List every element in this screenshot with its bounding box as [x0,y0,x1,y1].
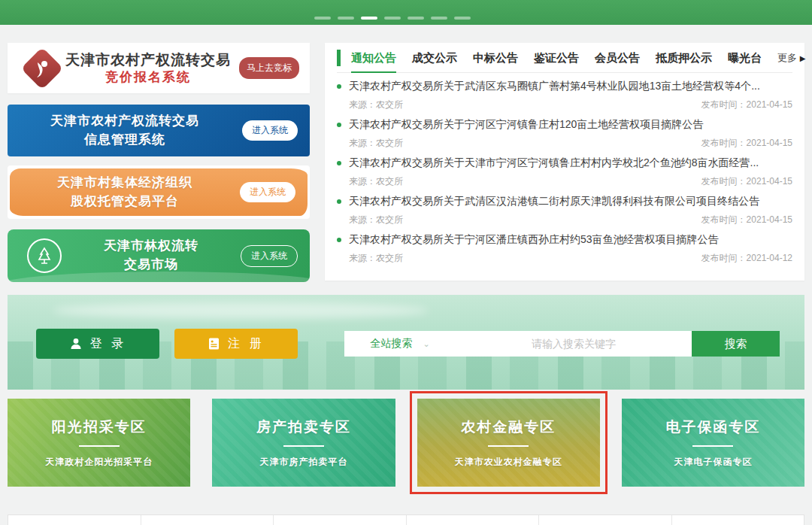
news-time: 发布时间：2021-04-15 [701,99,792,111]
partner-links-strip [8,514,804,525]
search-button[interactable]: 搜索 [692,331,780,357]
news-time: 发布时间：2021-04-12 [701,252,792,265]
search-bar: 全站搜索 ⌄ [344,331,692,357]
tab-accent-bar [337,50,341,66]
partner-cell [8,515,141,525]
zone-title: 阳光招采专区 [52,417,147,437]
search-input[interactable] [456,338,692,350]
site-title: 天津市农村产权流转交易 [57,51,239,69]
news-title[interactable]: 天津农村产权交易所关于武清区汉沽港镇二街村原天津凯得利科技有限公司项目终结公告 [349,195,759,208]
enter-system-button[interactable]: 进入系统 [241,245,298,267]
zone-subtitle: 天津市农业农村金融专区 [455,456,562,469]
banner-title: 天津市村集体经济组织 股权托管交易平台 [10,174,240,211]
zone-title: 房产拍卖专区 [256,417,351,437]
news-title[interactable]: 天津农村产权交易所关于宁河区宁河镇鲁庄村120亩土地经营权项目摘牌公告 [349,118,703,132]
bidding-system-card: 天津市农村产权流转交易 竞价报名系统 马上去竞标 [8,43,310,93]
news-item[interactable]: 天津农村产权交易所关于宁河区宁河镇鲁庄村120亩土地经营权项目摘牌公告 来源：农… [337,111,792,150]
bullet-icon [337,161,341,165]
carousel-indicators [314,17,471,20]
partner-cell [141,515,274,525]
news-source: 来源：农交所 [349,137,403,150]
tab-winning-bid[interactable]: 中标公告 [473,43,518,73]
carousel-dot[interactable] [408,17,424,20]
news-source: 来源：农交所 [349,252,403,265]
bullet-icon [337,238,341,242]
bidding-system-title: 天津市农村产权流转交易 竞价报名系统 [57,51,239,85]
news-item[interactable]: 天津农村产权交易所关于武清区汉沽港镇二街村原天津凯得利科技有限公司项目终结公告 … [337,188,792,226]
banner-line1: 天津市村集体经济组织 [10,174,240,193]
banner-line2: 股权托管交易平台 [10,193,240,211]
news-item[interactable]: 天津农村产权交易所关于宁河区潘庄镇西孙庄村约53亩鱼池经营权项目摘牌公告 来源：… [337,226,792,265]
id-card-icon [208,337,220,351]
enter-system-button[interactable]: 进入系统 [240,182,295,202]
notice-panel: 通知公告 成交公示 中标公告 鉴证公告 会员公告 抵质押公示 曝光台 更多 ▶ … [325,43,804,281]
news-source: 来源：农交所 [349,214,403,226]
carousel-dot[interactable] [431,17,447,20]
notice-tab-bar: 通知公告 成交公示 中标公告 鉴证公告 会员公告 抵质押公示 曝光台 更多 ▶ [337,43,792,73]
tab-pledge[interactable]: 抵质押公示 [656,43,712,73]
tree-icon [27,238,62,273]
news-source: 来源：农交所 [349,99,403,111]
top-carousel-bar [0,0,812,25]
zone-subtitle: 天津电子保函专区 [674,456,752,469]
partner-cell [539,515,672,525]
hero-search-band: 登 录 注 册 全站搜索 ⌄ 搜索 [8,295,804,390]
carousel-dot[interactable] [314,17,331,20]
carousel-dot[interactable] [338,17,354,20]
more-link[interactable]: 更多 ▶ [777,51,805,65]
carousel-dot[interactable] [384,17,401,20]
register-button[interactable]: 注 册 [174,329,298,359]
partner-cell [672,515,804,525]
carousel-dot-active[interactable] [361,17,377,20]
chevron-down-icon: ⌄ [423,339,429,349]
bullet-icon [337,84,341,89]
go-bid-button[interactable]: 马上去竞标 [239,57,299,79]
forest-rights-market-banner[interactable]: 天津市林权流转 交易市场 进入系统 [8,229,310,282]
news-time: 发布时间：2021-04-15 [701,175,792,188]
news-time: 发布时间：2021-04-15 [701,137,792,150]
news-source: 来源：农交所 [349,175,403,188]
arrow-right-icon: ▶ [800,54,806,62]
divider [692,445,733,447]
news-title[interactable]: 天津农村产权交易所关于武清区东马圈镇广善村第4号林业队园地13亩土地经营权等4个… [349,80,760,93]
tab-certification[interactable]: 鉴证公告 [534,43,579,73]
zone-title: 农村金融专区 [461,417,556,437]
divider [283,445,324,447]
register-label: 注 册 [228,336,264,352]
enter-system-button[interactable]: 进入系统 [242,120,298,141]
zone-cards: 阳光招采专区 天津政村企阳光招采平台 房产拍卖专区 天津市房产拍卖平台 农村金融… [8,399,804,487]
banner-line1: 天津市农村产权流转交易 [8,112,242,131]
user-icon [69,337,83,351]
tab-exposure[interactable]: 曝光台 [728,43,762,73]
tab-notice[interactable]: 通知公告 [351,43,396,73]
banner-inner: 天津市村集体经济组织 股权托管交易平台 进入系统 [10,168,308,216]
equity-custody-platform-banner[interactable]: 天津市村集体经济组织 股权托管交易平台 进入系统 [8,165,310,219]
site-subtitle: 竞价报名系统 [57,69,239,85]
news-title[interactable]: 天津农村产权交易所关于天津市宁河区宁河镇鲁庄村村内学校北2个鱼池约8亩水面经营.… [349,156,759,170]
login-button[interactable]: 登 录 [36,329,159,359]
carousel-dot[interactable] [454,17,471,20]
news-time: 发布时间：2021-04-15 [701,214,792,226]
banner-line2: 交易市场 [62,256,241,275]
tab-deals[interactable]: 成交公示 [412,43,457,73]
search-scope-label: 全站搜索 [370,337,412,351]
news-item[interactable]: 天津农村产权交易所关于武清区东马圈镇广善村第4号林业队园地13亩土地经营权等4个… [337,73,792,111]
news-item[interactable]: 天津农村产权交易所关于天津市宁河区宁河镇鲁庄村村内学校北2个鱼池约8亩水面经营.… [337,150,792,188]
banner-title: 天津市林权流转 交易市场 [62,237,241,274]
zone-rural-finance-highlighted[interactable]: 农村金融专区 天津市农业农村金融专区 [417,399,600,487]
partner-cell [407,515,540,525]
tab-members[interactable]: 会员公告 [595,43,640,73]
zone-sunshine-procurement[interactable]: 阳光招采专区 天津政村企阳光招采平台 [8,399,190,487]
zone-electronic-guarantee[interactable]: 电子保函专区 天津电子保函专区 [622,399,804,487]
search-scope-select[interactable]: 全站搜索 ⌄ [344,337,456,351]
more-label: 更多 [777,52,797,63]
zone-title: 电子保函专区 [665,417,760,437]
partner-cell [274,515,407,525]
info-management-system-banner[interactable]: 天津市农村产权流转交易 信息管理系统 进入系统 [8,105,310,156]
news-title[interactable]: 天津农村产权交易所关于宁河区潘庄镇西孙庄村约53亩鱼池经营权项目摘牌公告 [349,233,719,247]
divider [488,445,529,447]
zone-property-auction[interactable]: 房产拍卖专区 天津市房产拍卖平台 [212,399,395,487]
bullet-icon [337,199,341,204]
divider [79,445,120,447]
zone-subtitle: 天津政村企阳光招采平台 [45,456,153,469]
